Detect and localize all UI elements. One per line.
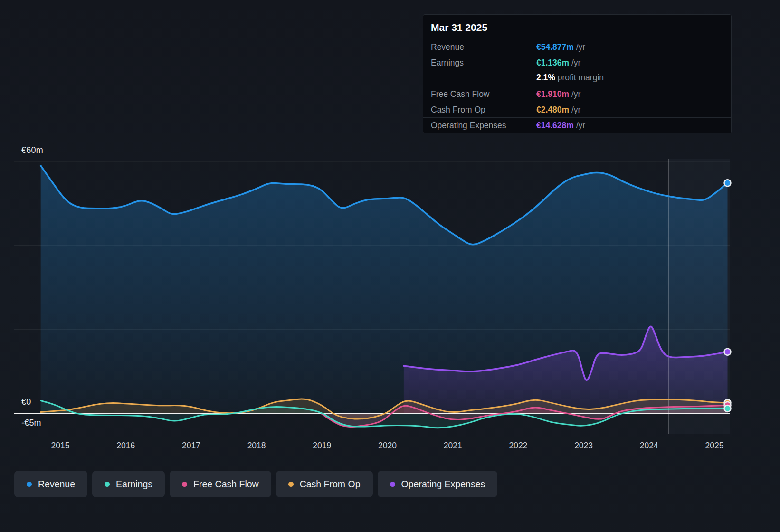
x-axis-label-2024: 2024	[640, 441, 658, 451]
tooltip-row-operating-expenses: Operating Expenses€14.628m /yr	[423, 117, 731, 133]
x-axis-label-2020: 2020	[378, 441, 397, 451]
legend-item-free-cash-flow[interactable]: Free Cash Flow	[170, 471, 271, 497]
cash-from-op-dot-icon	[288, 482, 294, 487]
tooltip-row-cash-from-op: Cash From Op€2.480m /yr	[423, 102, 731, 117]
endpoint-operating-expenses	[724, 349, 731, 355]
x-axis-label-2015: 2015	[51, 441, 70, 451]
x-axis-label-2016: 2016	[116, 441, 135, 451]
tooltip-label: Cash From Op	[431, 105, 536, 115]
legend-label: Revenue	[38, 479, 75, 490]
legend-label: Operating Expenses	[401, 479, 485, 490]
operating-expenses-dot-icon	[390, 482, 395, 487]
legend-label: Earnings	[116, 479, 152, 490]
endpoint-earnings	[724, 405, 731, 412]
tooltip-row-free-cash-flow: Free Cash Flow€1.910m /yr	[423, 86, 731, 102]
earnings-dot-icon	[105, 482, 110, 487]
tooltip-label: Earnings	[431, 58, 536, 68]
x-axis-label-2021: 2021	[444, 441, 462, 451]
tooltip-date: Mar 31 2025	[423, 15, 731, 39]
x-axis-label-2023: 2023	[574, 441, 593, 451]
tooltip-label: Free Cash Flow	[431, 89, 536, 99]
tooltip-label: Operating Expenses	[431, 121, 536, 131]
tooltip-value: €1.136m /yr	[536, 58, 723, 68]
tooltip-value: €54.877m /yr	[536, 42, 723, 52]
chart-tooltip: Mar 31 2025 Revenue€54.877m /yrEarnings€…	[423, 14, 732, 133]
legend-item-operating-expenses[interactable]: Operating Expenses	[378, 471, 498, 497]
x-axis-label-2019: 2019	[313, 441, 331, 451]
legend-item-earnings[interactable]: Earnings	[92, 471, 165, 497]
tooltip-rows: Revenue€54.877m /yrEarnings€1.136m /yr2.…	[423, 39, 731, 133]
tooltip-value: 2.1% profit margin	[536, 73, 723, 83]
x-axis-label-2018: 2018	[247, 441, 266, 451]
x-axis-label-2017: 2017	[182, 441, 200, 451]
y-axis-label-60m: €60m	[21, 145, 43, 155]
tooltip-label: Revenue	[431, 42, 536, 52]
legend-label: Free Cash Flow	[193, 479, 259, 490]
financial-chart-panel: €60m€0-€5m 20152016201720182019202020212…	[0, 0, 780, 532]
legend-label: Cash From Op	[300, 479, 361, 490]
free-cash-flow-dot-icon	[182, 482, 187, 487]
chart-legend: RevenueEarningsFree Cash FlowCash From O…	[14, 471, 497, 497]
endpoint-revenue	[724, 180, 731, 186]
x-axis-label-2025: 2025	[705, 441, 724, 451]
tooltip-value: €1.910m /yr	[536, 89, 723, 99]
legend-item-cash-from-op[interactable]: Cash From Op	[276, 471, 373, 497]
tooltip-value: €14.628m /yr	[536, 121, 723, 131]
x-axis-label-2022: 2022	[509, 441, 527, 451]
tooltip-row-revenue: Revenue€54.877m /yr	[423, 39, 731, 55]
revenue-dot-icon	[27, 482, 32, 487]
y-axis-label-5m: -€5m	[21, 418, 41, 428]
y-axis-label-0: €0	[21, 397, 31, 407]
legend-item-revenue[interactable]: Revenue	[14, 471, 87, 497]
tooltip-value: €2.480m /yr	[536, 105, 723, 115]
tooltip-row-earnings: Earnings€1.136m /yr	[423, 55, 731, 70]
tooltip-row-profit-margin: 2.1% profit margin	[423, 70, 731, 86]
